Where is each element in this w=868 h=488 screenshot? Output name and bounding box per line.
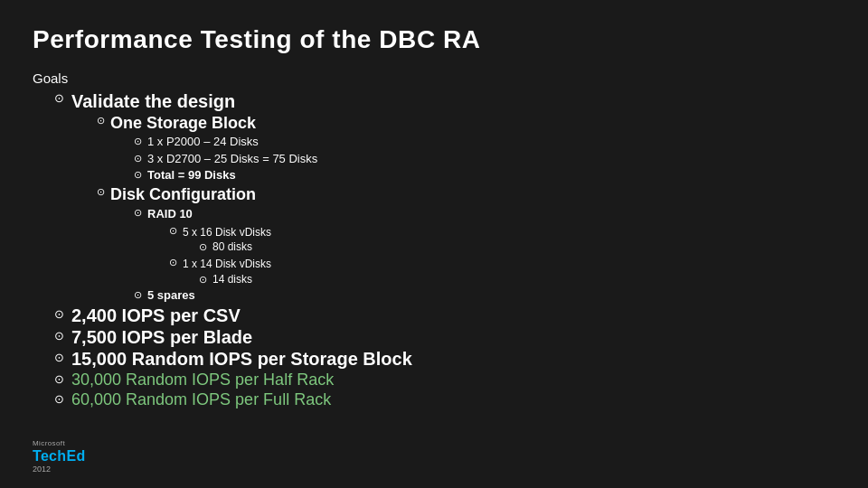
bullet-icon: ⊙ <box>97 186 105 198</box>
item-text: 80 disks <box>212 239 252 255</box>
item-text: 3 x D2700 – 25 Disks = 75 Disks <box>147 151 317 167</box>
slide-title: Performance Testing of the DBC RA <box>33 25 835 54</box>
item-text: 7,500 IOPS per Blade <box>71 327 252 348</box>
microsoft-label: Microsoft <box>33 439 65 447</box>
list-item: ⊙ 5 spares <box>134 287 271 304</box>
list-item: ⊙ 7,500 IOPS per Blade <box>54 327 835 348</box>
item-text: 14 disks <box>212 272 252 287</box>
list-item: ⊙ Total = 99 Disks <box>134 167 317 183</box>
item-text: 15,000 Random IOPS per Storage Block <box>71 349 412 370</box>
bullet-icon: ⊙ <box>97 115 105 127</box>
list-item: ⊙ 2,400 IOPS per CSV <box>54 305 835 326</box>
item-text: 5 spares <box>147 287 195 304</box>
item-text: Disk Configuration <box>110 185 256 203</box>
teched-logo: Microsoft TechEd 2012 <box>33 439 86 474</box>
item-text: 1 x P2000 – 24 Disks <box>147 134 259 150</box>
bullet-icon: ⊙ <box>134 153 142 164</box>
bullet-icon: ⊙ <box>169 257 177 268</box>
bullet-icon: ⊙ <box>199 274 207 286</box>
bullet-icon: ⊙ <box>169 225 177 237</box>
item-text: 30,000 Random IOPS per Half Rack <box>71 371 334 389</box>
list-item: ⊙ RAID 10 ⊙ 5 x 16 <box>134 205 271 286</box>
level3-block: ⊙ 1 x P2000 – 24 Disks ⊙ 3 x D2700 – 25 … <box>134 134 317 183</box>
list-item: ⊙ 60,000 Random IOPS per Full Rack <box>54 390 835 409</box>
item-text: 5 x 16 Disk vDisks <box>183 226 271 239</box>
list-item: ⊙ 1 x 14 Disk vDisks ⊙ 14 disks <box>169 255 271 287</box>
bullet-icon: ⊙ <box>54 351 64 364</box>
level3-block: ⊙ RAID 10 ⊙ 5 x 16 <box>134 205 271 304</box>
content-body: ⊙ Validate the design ⊙ One Storage Bloc… <box>33 89 835 409</box>
bullet-icon: ⊙ <box>199 241 207 253</box>
item-text: 2,400 IOPS per CSV <box>71 305 241 326</box>
level2-block: ⊙ One Storage Block ⊙ 1 x P2000 – 24 Dis… <box>97 113 317 304</box>
list-item: ⊙ Disk Configuration ⊙ RAID 10 <box>97 184 317 304</box>
item-text: 1 x 14 Disk vDisks <box>183 258 271 270</box>
bullet-icon: ⊙ <box>134 289 142 301</box>
level4-block: ⊙ 5 x 16 Disk vDisks ⊙ 80 disks <box>169 223 271 287</box>
item-text: Validate the design <box>71 91 235 111</box>
bullet-icon: ⊙ <box>134 207 142 219</box>
list-item: ⊙ 15,000 Random IOPS per Storage Block <box>54 349 835 370</box>
list-item: ⊙ 1 x P2000 – 24 Disks <box>134 134 317 150</box>
list-item: ⊙ 80 disks <box>199 239 271 255</box>
list-item: ⊙ 14 disks <box>199 272 271 287</box>
teched-brand: TechEd <box>33 448 86 465</box>
teched-year: 2012 <box>33 465 51 474</box>
bullet-icon: ⊙ <box>54 372 64 386</box>
goals-label: Goals <box>33 70 835 86</box>
bullet-icon: ⊙ <box>134 169 142 181</box>
item-text: 60,000 Random IOPS per Full Rack <box>71 390 331 409</box>
list-item: ⊙ One Storage Block ⊙ 1 x P2000 – 24 Dis… <box>97 113 317 183</box>
item-text: One Storage Block <box>110 114 256 132</box>
list-item: ⊙ Validate the design ⊙ One Storage Bloc… <box>54 89 835 305</box>
bullet-icon: ⊙ <box>54 91 64 105</box>
bullet-icon: ⊙ <box>54 392 64 406</box>
list-item: ⊙ 3 x D2700 – 25 Disks = 75 Disks <box>134 151 317 167</box>
item-text: RAID 10 <box>147 207 193 221</box>
bullet-icon: ⊙ <box>134 136 142 147</box>
list-item: ⊙ 5 x 16 Disk vDisks ⊙ 80 disks <box>169 223 271 256</box>
item-text: Total = 99 Disks <box>147 167 236 183</box>
bullet-icon: ⊙ <box>54 329 64 343</box>
bullet-icon: ⊙ <box>54 307 64 321</box>
list-item: ⊙ 30,000 Random IOPS per Half Rack <box>54 371 835 389</box>
slide: Performance Testing of the DBC RA Goals … <box>0 0 868 488</box>
